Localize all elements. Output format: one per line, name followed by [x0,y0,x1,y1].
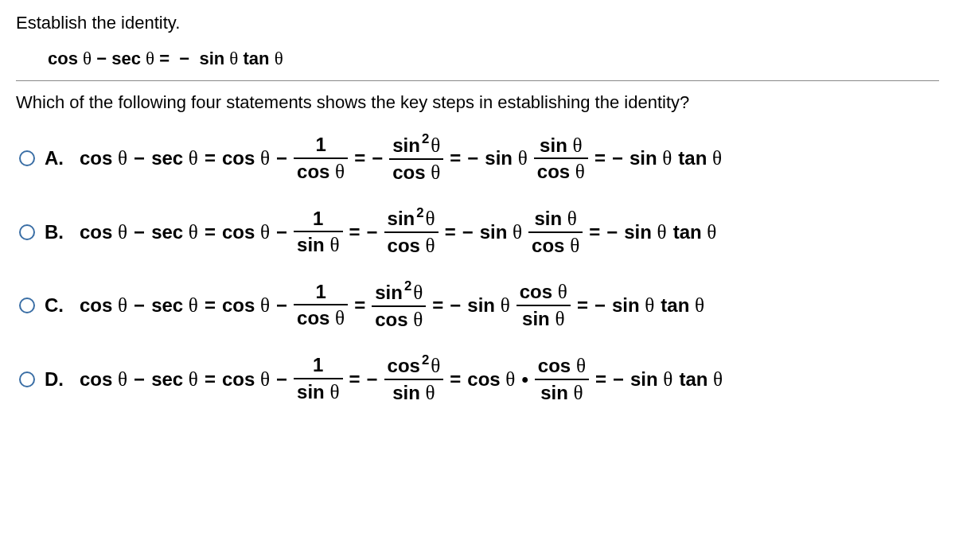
option-b[interactable]: B. cos θ − sec θ = cos θ − 1 sin θ = − s… [19,207,939,256]
option-b-expression: cos θ − sec θ = cos θ − 1 sin θ = − sin2… [76,207,719,256]
option-d[interactable]: D. cos θ − sec θ = cos θ − 1 sin θ = − c… [19,354,939,403]
option-d-label: D. [45,368,67,391]
prompt-text: Establish the identity. [16,13,939,33]
options-group: A. cos θ − sec θ = cos θ − 1 cos θ = − s… [16,134,939,404]
option-c-expression: cos θ − sec θ = cos θ − 1 cos θ = sin2θ … [76,281,707,330]
identity-expression: cos θ − sec θ = − sin θ tan θ [16,48,939,69]
radio-b[interactable] [19,224,35,240]
radio-a[interactable] [19,150,35,166]
option-a-label: A. [45,147,67,169]
question-text: Which of the following four statements s… [16,92,939,113]
option-b-label: B. [45,221,67,243]
option-c-label: C. [45,294,67,317]
divider [16,80,939,81]
option-a-expression: cos θ − sec θ = cos θ − 1 cos θ = − sin2… [76,134,725,183]
option-d-expression: cos θ − sec θ = cos θ − 1 sin θ = − cos2… [76,354,726,403]
option-c[interactable]: C. cos θ − sec θ = cos θ − 1 cos θ = sin… [19,281,939,330]
radio-c[interactable] [19,298,35,313]
radio-d[interactable] [19,371,35,387]
option-a[interactable]: A. cos θ − sec θ = cos θ − 1 cos θ = − s… [19,134,939,183]
